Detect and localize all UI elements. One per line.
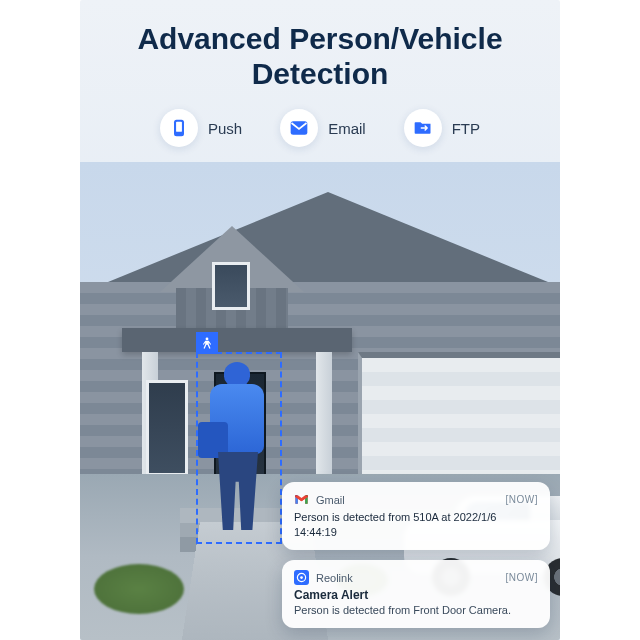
feature-ftp-label: FTP xyxy=(452,120,480,137)
svg-point-3 xyxy=(206,338,209,341)
feature-ftp: FTP xyxy=(404,109,480,147)
promo-card: Advanced Person/Vehicle Detection Push E… xyxy=(80,0,560,640)
reolink-title: Camera Alert xyxy=(294,588,538,602)
delivery-person xyxy=(204,362,272,538)
reolink-time: [NOW] xyxy=(506,572,539,583)
feature-push-label: Push xyxy=(208,120,242,137)
reolink-icon xyxy=(294,570,309,585)
notification-reolink[interactable]: Reolink [NOW] Camera Alert Person is det… xyxy=(282,560,550,628)
svg-point-5 xyxy=(300,576,303,579)
notification-stack: Gmail [NOW] Person is detected from 510A… xyxy=(282,482,550,628)
push-icon xyxy=(160,109,198,147)
headline: Advanced Person/Vehicle Detection xyxy=(80,0,560,105)
person-icon xyxy=(196,332,218,354)
notification-gmail[interactable]: Gmail [NOW] Person is detected from 510A… xyxy=(282,482,550,550)
gmail-icon xyxy=(294,492,309,507)
reolink-app-name: Reolink xyxy=(316,572,499,584)
reolink-body: Person is detected from Front Door Camer… xyxy=(294,603,538,618)
gmail-app-name: Gmail xyxy=(316,494,499,506)
gmail-body: Person is detected from 510A at 2022/1/6… xyxy=(294,510,538,540)
feature-push: Push xyxy=(160,109,242,147)
feature-row: Push Email FTP xyxy=(80,105,560,163)
svg-rect-1 xyxy=(176,122,182,132)
feature-email: Email xyxy=(280,109,366,147)
camera-scene: Gmail [NOW] Person is detected from 510A… xyxy=(80,162,560,640)
email-icon xyxy=(280,109,318,147)
feature-email-label: Email xyxy=(328,120,366,137)
ftp-icon xyxy=(404,109,442,147)
gmail-time: [NOW] xyxy=(506,494,539,505)
